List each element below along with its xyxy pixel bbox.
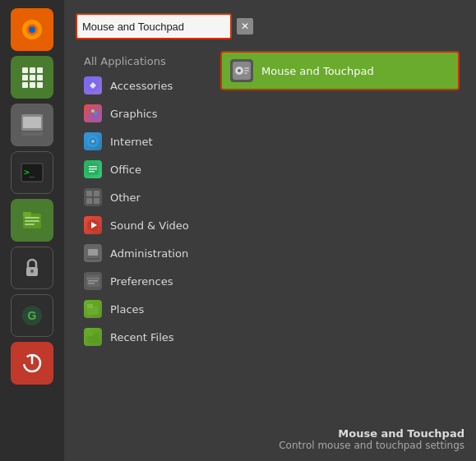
category-item-accessories[interactable]: Accessories bbox=[76, 71, 215, 99]
status-app-desc: Control mouse and touchpad settings bbox=[279, 440, 464, 451]
svg-rect-41 bbox=[94, 191, 99, 196]
svg-rect-5 bbox=[37, 67, 43, 73]
svg-rect-40 bbox=[86, 191, 92, 196]
svg-rect-37 bbox=[89, 166, 97, 168]
svg-point-30 bbox=[89, 112, 92, 115]
sound-video-label: Sound & Video bbox=[110, 219, 189, 232]
svg-rect-8 bbox=[37, 75, 43, 81]
svg-rect-54 bbox=[87, 304, 93, 308]
category-item-graphics[interactable]: Graphics bbox=[76, 99, 215, 127]
sidebar: >_G bbox=[0, 0, 64, 461]
svg-rect-20 bbox=[25, 220, 39, 222]
svg-rect-21 bbox=[25, 224, 35, 225]
svg-rect-6 bbox=[22, 75, 28, 81]
search-input[interactable] bbox=[82, 21, 225, 33]
internet-label: Internet bbox=[110, 136, 153, 148]
svg-rect-4 bbox=[30, 67, 35, 73]
svg-rect-7 bbox=[30, 75, 35, 81]
svg-rect-42 bbox=[86, 198, 92, 204]
graphics-icon bbox=[84, 104, 102, 122]
svg-rect-48 bbox=[88, 249, 98, 256]
svg-rect-62 bbox=[244, 72, 247, 74]
places-icon bbox=[84, 300, 102, 318]
recent-files-label: Recent Files bbox=[110, 331, 174, 343]
mouse-and-touchpad-result-label: Mouse and Touchpad bbox=[261, 65, 374, 77]
svg-point-59 bbox=[238, 69, 241, 72]
administration-icon bbox=[84, 244, 102, 262]
svg-rect-11 bbox=[37, 82, 43, 88]
office-icon bbox=[84, 160, 102, 178]
places-label: Places bbox=[110, 303, 144, 316]
category-list: All Applications AccessoriesGraphicsInte… bbox=[76, 51, 215, 451]
svg-rect-39 bbox=[89, 171, 95, 173]
category-item-places[interactable]: Places bbox=[76, 295, 215, 323]
svg-rect-56 bbox=[87, 332, 93, 336]
svg-point-35 bbox=[91, 140, 95, 143]
svg-rect-13 bbox=[21, 132, 43, 136]
office-label: Office bbox=[110, 164, 141, 176]
svg-rect-19 bbox=[25, 217, 39, 219]
svg-rect-38 bbox=[89, 168, 97, 170]
svg-rect-3 bbox=[22, 67, 28, 73]
content-area: All Applications AccessoriesGraphicsInte… bbox=[76, 51, 464, 451]
category-item-sound-video[interactable]: Sound & Video bbox=[76, 211, 215, 239]
svg-rect-61 bbox=[244, 70, 249, 71]
svg-text:G: G bbox=[28, 309, 37, 322]
bottom-status: Mouse and Touchpad Control mouse and tou… bbox=[279, 427, 464, 451]
svg-rect-18 bbox=[23, 212, 31, 217]
category-item-administration[interactable]: Administration bbox=[76, 239, 215, 267]
svg-rect-47 bbox=[86, 258, 99, 260]
svg-rect-43 bbox=[94, 198, 99, 204]
category-item-internet[interactable]: Internet bbox=[76, 127, 215, 155]
internet-icon bbox=[84, 132, 102, 150]
category-item-preferences[interactable]: Preferences bbox=[76, 267, 215, 295]
svg-point-31 bbox=[94, 112, 97, 115]
sidebar-icon-settings[interactable] bbox=[11, 104, 53, 146]
sidebar-icon-apps[interactable] bbox=[11, 56, 53, 99]
other-icon bbox=[84, 188, 102, 206]
sidebar-icon-files[interactable] bbox=[11, 199, 53, 242]
sidebar-icon-terminal[interactable]: >_ bbox=[11, 151, 53, 194]
accessories-icon bbox=[84, 76, 102, 95]
category-item-recent-files[interactable]: Recent Files bbox=[76, 323, 215, 351]
sidebar-icon-firefox[interactable] bbox=[11, 8, 53, 51]
preferences-icon bbox=[84, 272, 102, 290]
svg-text:>_: >_ bbox=[24, 167, 35, 177]
recent-files-icon bbox=[84, 328, 102, 346]
preferences-label: Preferences bbox=[110, 275, 173, 288]
search-input-wrapper bbox=[76, 13, 232, 39]
search-clear-button[interactable]: ✕ bbox=[237, 18, 253, 35]
sidebar-icon-power[interactable] bbox=[11, 342, 53, 385]
sidebar-icon-lock[interactable] bbox=[11, 247, 53, 289]
result-item-mouse-and-touchpad[interactable]: Mouse and Touchpad bbox=[220, 51, 460, 90]
main-panel: ✕ All Applications AccessoriesGraphicsIn… bbox=[64, 0, 476, 461]
svg-rect-9 bbox=[22, 82, 28, 88]
search-results: Mouse and Touchpad bbox=[215, 51, 464, 451]
svg-rect-52 bbox=[88, 283, 95, 284]
category-item-other[interactable]: Other bbox=[76, 183, 215, 211]
svg-rect-14 bbox=[23, 117, 41, 128]
search-bar: ✕ bbox=[76, 13, 464, 39]
svg-rect-10 bbox=[30, 82, 35, 88]
svg-point-23 bbox=[30, 270, 34, 273]
all-applications-item[interactable]: All Applications bbox=[76, 51, 215, 71]
status-app-name: Mouse and Touchpad bbox=[279, 427, 464, 440]
svg-point-32 bbox=[91, 109, 95, 113]
sound-video-icon bbox=[84, 216, 102, 234]
svg-rect-60 bbox=[244, 67, 249, 69]
sidebar-icon-grammarly[interactable]: G bbox=[11, 294, 53, 337]
svg-rect-51 bbox=[88, 280, 98, 282]
other-label: Other bbox=[110, 191, 141, 204]
graphics-label: Graphics bbox=[110, 108, 157, 120]
mouse-and-touchpad-result-icon bbox=[230, 59, 253, 82]
svg-point-2 bbox=[29, 26, 35, 33]
category-item-office[interactable]: Office bbox=[76, 155, 215, 183]
administration-label: Administration bbox=[110, 247, 188, 260]
accessories-label: Accessories bbox=[110, 80, 173, 92]
